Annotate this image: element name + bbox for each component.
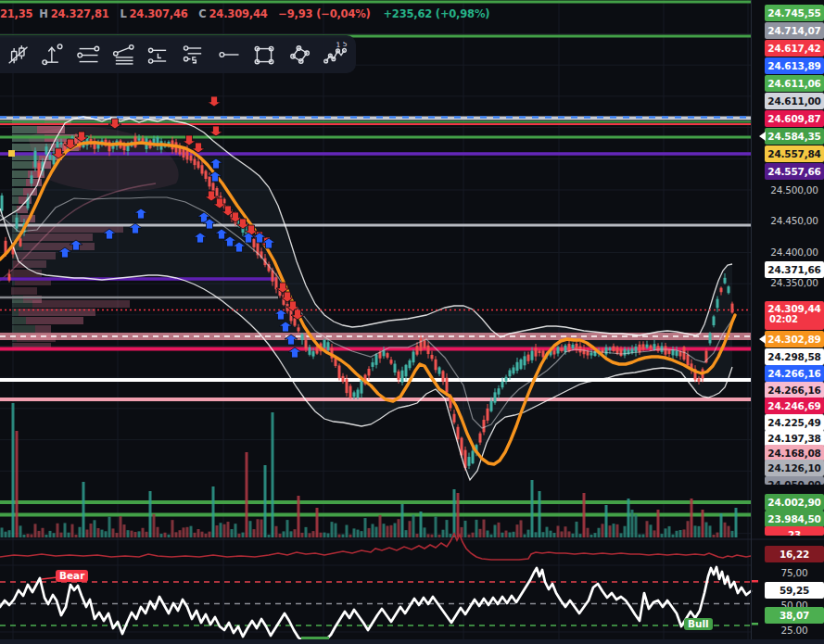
svg-text:5: 5 [343, 42, 348, 48]
svg-text:1: 1 [336, 42, 340, 49]
price-level-label: 24.298,58 [765, 348, 824, 365]
session-change-value: +235,62 (+0,98%) [383, 7, 489, 20]
price-level-label: 24.309,4402:02 [765, 301, 824, 330]
price-level-label: 24.266,16 [765, 365, 824, 382]
price-level-label: 23 [765, 526, 824, 536]
parallel-lines-tool-icon [75, 42, 101, 68]
rotated-rectangle-tool-icon [286, 42, 312, 68]
price-scale-label: 25.00 [765, 622, 824, 638]
low-label: L [120, 7, 126, 20]
low-value: 24.307,46 [130, 7, 188, 20]
long-position-tool-button[interactable] [141, 37, 176, 72]
trend-fan-tool-button[interactable] [106, 37, 141, 72]
price-level-label: 24.050,00 [765, 476, 824, 485]
price-scale-label: 24.500,00 [765, 182, 824, 198]
close-value: 24.309,44 [209, 7, 268, 20]
change-value: −9,93 (−0,04%) [278, 7, 370, 20]
rotated-rectangle-tool-button[interactable] [282, 37, 317, 72]
price-axis[interactable]: 24.745,5524.714,0724.617,4224.613,8924.6… [752, 0, 824, 644]
trading-chart-window: 21,35 H24.327,81 L24.307,46 C24.309,44 −… [0, 0, 824, 644]
horizontal-ray-tool-button[interactable] [211, 37, 247, 72]
high-value: 24.327,81 [51, 7, 109, 20]
price-level-label: 24.266,16 [765, 382, 824, 398]
price-scale-label: 75,00 [765, 564, 824, 581]
price-level-label: 24.246,69 [765, 398, 824, 414]
close-label: C [198, 7, 206, 20]
price-chart-canvas[interactable] [0, 0, 824, 644]
price-scale-label: 24.400,00 [765, 244, 824, 260]
parallel-lines-tool-button[interactable] [70, 37, 106, 72]
price-level-label: 24.225,49 [765, 414, 824, 431]
horizontal-ray-tool-icon [216, 42, 242, 68]
price-level-label: 24.557,84 [765, 145, 824, 162]
price-scale-label: 24.450,00 [765, 212, 824, 229]
price-level-label: 24.613,89 [765, 57, 824, 74]
price-level-label: 16,22 [765, 546, 824, 562]
price-level-label: 24.557,66 [765, 163, 824, 180]
price-level-label: 24.611,00 [765, 93, 824, 109]
long-position-tool-icon [146, 42, 171, 68]
open-value: 21,35 [0, 7, 32, 20]
trend-fan-tool-icon [110, 42, 136, 68]
price-level-label: 24.002,90 [765, 494, 824, 511]
price-level-label: 24.617,42 [765, 40, 824, 57]
ohlc-info-bar: 21,35 H24.327,81 L24.307,46 C24.309,44 −… [0, 7, 492, 24]
price-range-tool-icon [40, 42, 66, 68]
high-label: H [39, 7, 47, 20]
price-level-label: 23.984,50 [765, 511, 824, 527]
price-level-label: 24.126,10 [765, 460, 824, 476]
rectangle-tool-button[interactable] [247, 37, 282, 72]
short-position-tool-button[interactable] [176, 37, 211, 72]
bull-signal-badge: Bull [684, 618, 713, 630]
short-position-tool-icon [181, 42, 207, 68]
candle-pattern-tool-button[interactable] [0, 37, 35, 72]
price-level-label: 24.745,55 [765, 5, 824, 21]
elliott-wave-tool-button[interactable]: 15 [317, 37, 352, 72]
price-level-label: 24.714,07 [765, 22, 824, 39]
drawing-toolbar: 15 [0, 35, 356, 73]
price-range-tool-button[interactable] [35, 37, 70, 72]
candle-pattern-tool-icon [5, 42, 31, 68]
bear-signal-badge: Bear [56, 570, 88, 582]
price-level-label: 24.609,87 [765, 110, 824, 127]
rectangle-tool-icon [251, 42, 277, 68]
price-level-label: 24.611,06 [765, 75, 824, 92]
price-scale-label: 24.350,00 [765, 274, 824, 291]
price-level-label: 24.302,89 [765, 331, 824, 347]
elliott-wave-tool-icon: 15 [322, 42, 348, 68]
price-level-label: 24.584,35 [765, 128, 824, 145]
